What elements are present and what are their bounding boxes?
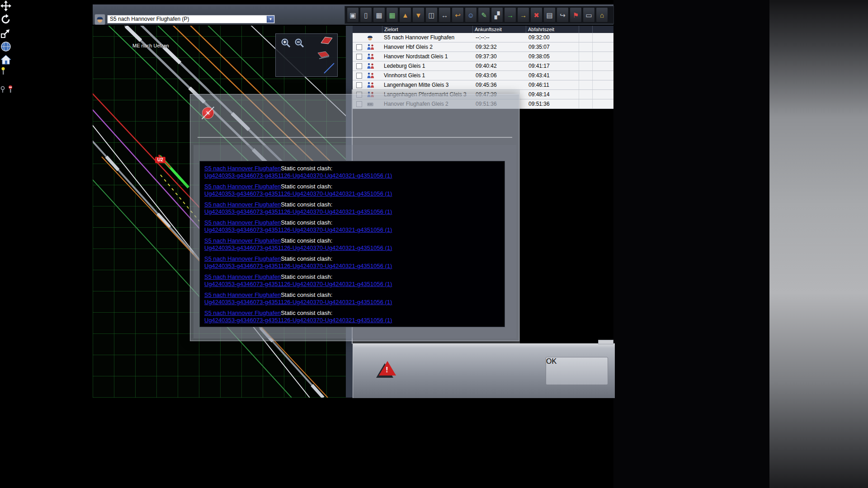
consist-link[interactable]: Ug4240353-g4346073-g4351126-Ug4240370-Ug… bbox=[204, 172, 392, 179]
row-checkbox[interactable] bbox=[356, 63, 362, 69]
train-service-link[interactable]: S5 nach Hannover Flughafen bbox=[204, 291, 281, 298]
place-tool-button[interactable] bbox=[0, 27, 33, 41]
error-entry: S5 nach Hannover FlughafenStatic consist… bbox=[204, 291, 505, 306]
service-properties-button[interactable]: ▤ bbox=[543, 7, 556, 23]
timetable-row[interactable]: Vinnhorst Gleis 1 09:43:06 09:43:41 bbox=[353, 71, 613, 80]
row-empty-cell bbox=[592, 99, 613, 108]
driver-button[interactable]: ☺ bbox=[465, 7, 477, 23]
row-departure: 09:41:17 bbox=[526, 63, 579, 69]
row-arrival: 09:43:06 bbox=[472, 72, 526, 79]
ok-button[interactable]: OK bbox=[546, 357, 608, 385]
row-destination: S5 nach Hannover Flughafen bbox=[382, 34, 472, 41]
timetable-row[interactable]: S5 nach Hannover Flughafen --:--:-- 09:3… bbox=[353, 33, 613, 42]
edit-timetable-button[interactable]: ✎ bbox=[478, 7, 490, 23]
close-button[interactable]: × bbox=[202, 107, 214, 119]
timetable-header: Zielort Ankunftszeit Abfahrtszeit bbox=[353, 26, 613, 33]
row-empty-cell bbox=[579, 42, 592, 52]
consist-clash-dialog: × S5 nach Hannover FlughafenStatic consi… bbox=[190, 94, 519, 341]
delete-button[interactable]: ▯ bbox=[360, 7, 372, 23]
train-service-link[interactable]: S5 nach Hannover Flughafen bbox=[204, 255, 281, 262]
save-button[interactable]: ▣ bbox=[347, 7, 359, 23]
row-checkbox[interactable] bbox=[356, 82, 362, 88]
consist-link[interactable]: Ug4240353-g4346073-g4351126-Ug4240370-Ug… bbox=[204, 226, 392, 233]
remove-service-button[interactable]: ✖ bbox=[530, 7, 542, 23]
globe-icon bbox=[0, 41, 12, 52]
lower-terrain-icon: ▼ bbox=[415, 12, 422, 19]
split-view-icon: ◫ bbox=[428, 12, 434, 19]
row-departure: 09:48:14 bbox=[526, 91, 579, 98]
signal-marker-icon bbox=[0, 69, 6, 76]
row-checkbox[interactable] bbox=[356, 44, 362, 50]
error-entry: S5 nach Hannover FlughafenStatic consist… bbox=[204, 310, 505, 324]
train-service-link[interactable]: S5 nach Hannover Flughafen bbox=[204, 273, 281, 280]
timetable-row[interactable]: Hanover Nordstadt Gleis 1 09:37:30 09:38… bbox=[353, 52, 613, 61]
consist-icon: ▞ bbox=[495, 12, 500, 19]
measure-icon: ▭ bbox=[585, 12, 592, 19]
train-service-link[interactable]: S5 nach Hannover Flughafen bbox=[204, 219, 281, 226]
row-checkbox[interactable] bbox=[356, 54, 362, 60]
map-zoom-panel bbox=[275, 33, 338, 77]
row-destination: Hanover Nordstadt Gleis 1 bbox=[382, 53, 472, 60]
passengers-icon bbox=[367, 72, 375, 79]
mirror-button[interactable]: ↔ bbox=[439, 7, 451, 23]
timetable-row[interactable]: Langenhagen Mitte Gleis 3 09:45:36 09:46… bbox=[353, 80, 613, 90]
flag-marker-button[interactable]: ⚑ bbox=[570, 7, 582, 23]
row-checkbox[interactable] bbox=[356, 73, 362, 79]
train-service-selector[interactable]: S5 nach Hannover Flughafen (P) ▼ bbox=[107, 15, 275, 23]
consist-link[interactable]: Ug4240353-g4346073-g4351126-Ug4240370-Ug… bbox=[204, 190, 392, 197]
gradient-tool[interactable] bbox=[323, 62, 335, 76]
zoom-out-button[interactable] bbox=[294, 38, 305, 48]
error-console: S5 nach Hannover FlughafenStatic consist… bbox=[199, 161, 505, 327]
train-service-link[interactable]: S5 nach Hannover Flughafen bbox=[204, 165, 281, 172]
row-departure: 09:43:41 bbox=[526, 72, 579, 79]
service-properties-icon: ▤ bbox=[546, 12, 552, 19]
speed-marker-icon bbox=[7, 87, 15, 94]
grid-large-button[interactable]: ▦ bbox=[386, 7, 398, 23]
train-service-link[interactable]: S5 nach Hannover Flughafen bbox=[204, 201, 281, 208]
dialog-tab bbox=[598, 340, 613, 344]
undo-button[interactable]: ↩ bbox=[452, 7, 464, 23]
zoom-in-button[interactable] bbox=[280, 38, 291, 48]
marker-tools: 18 TS14 bbox=[0, 67, 33, 95]
move-tool-button[interactable] bbox=[0, 0, 33, 14]
consist-button[interactable]: ▞ bbox=[491, 7, 503, 23]
consist-link[interactable]: Ug4240353-g4346073-g4351126-Ug4240370-Ug… bbox=[204, 299, 392, 305]
track-section-tool[interactable] bbox=[316, 50, 331, 62]
timetable-row[interactable]: Ledeburg Gleis 1 09:40:42 09:41:17 bbox=[353, 61, 613, 71]
grid-small-button[interactable]: ▦ bbox=[373, 7, 385, 23]
chevron-down-icon[interactable]: ▼ bbox=[267, 16, 274, 23]
depot-icon: ⌂ bbox=[600, 12, 604, 19]
consist-link[interactable]: Ug4240353-g4346073-g4351126-Ug4240370-Ug… bbox=[204, 244, 392, 251]
error-entry: S5 nach Hannover FlughafenStatic consist… bbox=[204, 201, 505, 216]
measure-button[interactable]: ▭ bbox=[583, 7, 595, 23]
train-service-link[interactable]: S5 nach Hannover Flughafen bbox=[204, 310, 281, 316]
row-departure: 09:35:07 bbox=[526, 44, 579, 50]
world-view-button[interactable] bbox=[0, 41, 33, 54]
add-service-reverse-button[interactable]: → bbox=[517, 7, 529, 23]
header-departure: Abfahrtszeit bbox=[526, 26, 579, 33]
add-service-forward-button[interactable]: → bbox=[504, 7, 516, 23]
rotate-tool-button[interactable] bbox=[0, 14, 33, 27]
track-ribbon-tool[interactable] bbox=[319, 36, 334, 47]
row-empty-cell bbox=[579, 80, 592, 89]
u2-marker[interactable]: U2 bbox=[155, 157, 165, 163]
link-marker-icon bbox=[0, 87, 7, 94]
train-service-link[interactable]: S5 nach Hannover Flughafen bbox=[204, 183, 281, 190]
consist-link[interactable]: Ug4240353-g4346073-g4351126-Ug4240370-Ug… bbox=[204, 317, 392, 324]
consist-link[interactable]: Ug4240353-g4346073-g4351126-Ug4240370-Ug… bbox=[204, 263, 392, 269]
enter-service-button[interactable]: ↪ bbox=[557, 7, 569, 23]
timetable-row[interactable]: Hanover Hbf Gleis 2 09:32:32 09:35:07 bbox=[353, 42, 613, 52]
lower-terrain-button[interactable]: ▼ bbox=[412, 7, 425, 23]
clash-message: Static consist clash: bbox=[281, 183, 332, 190]
home-view-button[interactable] bbox=[0, 54, 33, 67]
consist-link[interactable]: Ug4240353-g4346073-g4351126-Ug4240370-Ug… bbox=[204, 281, 392, 287]
consist-link[interactable]: Ug4240353-g4346073-g4351126-Ug4240370-Ug… bbox=[204, 208, 392, 215]
driver-cap-icon bbox=[96, 15, 104, 23]
split-view-button[interactable]: ◫ bbox=[425, 7, 438, 23]
track-id-value: 18 bbox=[0, 77, 33, 85]
depot-button[interactable]: ⌂ bbox=[596, 7, 608, 23]
train-service-link[interactable]: S5 nach Hannover Flughafen bbox=[204, 237, 281, 244]
raise-terrain-button[interactable]: ▲ bbox=[399, 7, 411, 23]
world-background bbox=[769, 0, 868, 488]
driver-icon: ☺ bbox=[467, 12, 474, 19]
